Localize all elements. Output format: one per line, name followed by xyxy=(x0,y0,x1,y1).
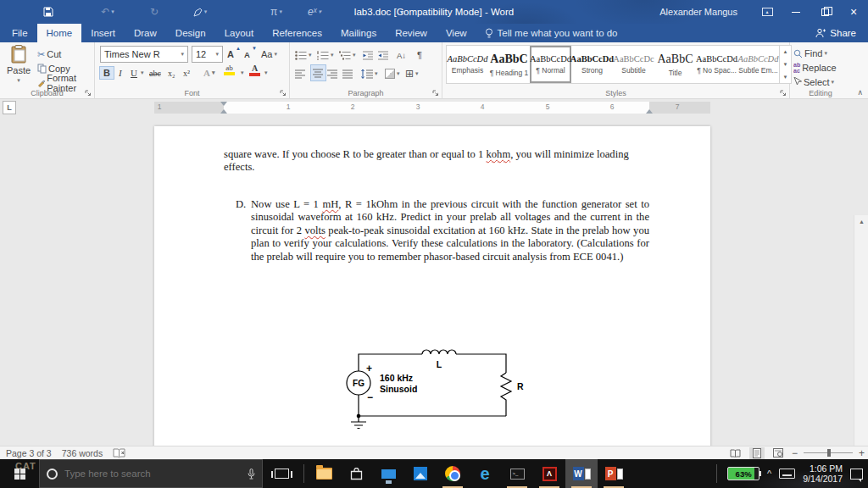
numbering-button[interactable]: ▾ xyxy=(317,47,334,64)
strikethrough-button[interactable]: abc xyxy=(149,64,161,81)
highlight-color-button[interactable]: ab xyxy=(224,64,235,81)
underline-button[interactable]: U xyxy=(131,64,137,81)
sort-button[interactable]: A↓ xyxy=(397,47,406,64)
zoom-in-button[interactable]: + xyxy=(859,447,865,459)
style-strong[interactable]: AaBbCcDd Strong xyxy=(571,46,613,83)
select-button[interactable]: Select▾ xyxy=(793,74,834,91)
close-button[interactable]: × xyxy=(839,0,868,24)
font-color-button[interactable]: A xyxy=(249,64,260,81)
grow-font-button[interactable]: A▲ xyxy=(227,46,241,63)
font-size-select[interactable]: 12▾ xyxy=(192,46,223,63)
zoom-slider[interactable] xyxy=(804,452,853,453)
subscript-button[interactable]: x₂ xyxy=(168,64,175,81)
increase-indent-button[interactable] xyxy=(378,47,389,64)
powerpoint-button[interactable]: P xyxy=(598,459,630,488)
photos-button[interactable] xyxy=(404,459,437,488)
style-emphasis[interactable]: AaBbCcDd Emphasis xyxy=(447,46,488,83)
tab-selector[interactable]: L xyxy=(3,101,16,114)
task-view-button[interactable] xyxy=(263,459,300,488)
align-right-button[interactable] xyxy=(327,65,338,82)
font-dialog-launcher-icon[interactable] xyxy=(280,90,287,97)
tab-references[interactable]: References xyxy=(263,24,331,42)
right-indent-marker[interactable] xyxy=(646,109,653,114)
taskbar-search[interactable] xyxy=(39,459,263,488)
acrobat-button[interactable]: Λ xyxy=(533,459,565,488)
proofing-errors-icon[interactable] xyxy=(113,448,125,458)
tab-design[interactable]: Design xyxy=(166,24,215,42)
italic-button[interactable]: I xyxy=(119,64,122,81)
hanging-indent-marker[interactable] xyxy=(220,109,227,114)
multilevel-list-button[interactable]: ▾ xyxy=(339,47,356,64)
align-left-button[interactable] xyxy=(295,65,306,82)
bullets-button[interactable]: ▾ xyxy=(295,47,312,64)
tab-insert[interactable]: Insert xyxy=(81,24,125,42)
paragraph-dialog-launcher-icon[interactable] xyxy=(432,90,439,97)
style-subtitle[interactable]: AaBbCcDc Subtitle xyxy=(613,46,654,83)
store-button[interactable] xyxy=(340,459,372,488)
read-mode-icon[interactable] xyxy=(728,447,743,459)
minimize-button[interactable] xyxy=(782,0,810,24)
align-center-button[interactable] xyxy=(310,64,326,81)
web-layout-icon[interactable] xyxy=(771,447,786,459)
word-button[interactable]: W xyxy=(565,459,598,488)
chrome-button[interactable] xyxy=(437,459,469,488)
connect-display-button[interactable] xyxy=(372,459,404,488)
underline-options-icon[interactable]: ▾ xyxy=(141,64,144,81)
page-indicator[interactable]: Page 3 of 3 xyxy=(6,448,52,458)
decrease-indent-button[interactable] xyxy=(363,47,374,64)
style-heading1[interactable]: AaBbC ¶ Heading 1 xyxy=(488,46,530,83)
shading-button[interactable]: ▾ xyxy=(385,65,400,82)
start-button[interactable] xyxy=(0,459,39,488)
tab-review[interactable]: Review xyxy=(386,24,437,42)
microphone-icon[interactable] xyxy=(248,469,255,480)
style-normal[interactable]: AaBbCcDd ¶ Normal xyxy=(530,46,571,83)
zoom-out-button[interactable]: − xyxy=(792,447,798,459)
tell-me-box[interactable]: Tell me what you want to do xyxy=(485,24,618,42)
restore-button[interactable] xyxy=(810,0,839,24)
borders-button[interactable]: ⊞▾ xyxy=(405,65,419,82)
tab-view[interactable]: View xyxy=(437,24,476,42)
styles-dialog-launcher-icon[interactable] xyxy=(780,90,787,97)
file-explorer-button[interactable] xyxy=(308,459,340,488)
tab-home[interactable]: Home xyxy=(37,24,82,42)
share-button[interactable]: Share xyxy=(809,24,863,42)
line-spacing-button[interactable]: ▾ xyxy=(361,65,378,82)
clipboard-dialog-launcher-icon[interactable] xyxy=(85,90,92,97)
style-title[interactable]: AaBbC Title xyxy=(654,46,696,83)
style-no-spacing[interactable]: AaBbCcDd ¶ No Spac... xyxy=(696,46,737,83)
action-center-icon[interactable] xyxy=(850,469,863,480)
paste-button[interactable]: Paste ▾ xyxy=(3,45,34,84)
first-line-indent-marker[interactable] xyxy=(220,102,227,106)
vertical-scrollbar[interactable]: ▲ ▼ xyxy=(854,215,868,446)
tab-mailings[interactable]: Mailings xyxy=(331,24,386,42)
scroll-up-icon[interactable]: ▲ xyxy=(854,215,868,228)
zoom-slider-thumb[interactable] xyxy=(827,449,831,457)
tray-chevron-icon[interactable]: ^ xyxy=(767,469,771,479)
word-count[interactable]: 736 words xyxy=(62,448,103,458)
search-input[interactable] xyxy=(64,469,241,479)
document-page[interactable]: square wave. If you choose R to be great… xyxy=(154,126,710,446)
command-prompt-button[interactable]: >_ xyxy=(501,459,533,488)
change-case-button[interactable]: Aa▾ xyxy=(261,46,277,63)
horizontal-ruler[interactable]: 1 1 2 3 4 5 6 7 xyxy=(154,102,710,114)
highlight-options-icon[interactable]: ▾ xyxy=(241,64,244,81)
shrink-font-button[interactable]: A▼ xyxy=(244,46,257,63)
tab-draw[interactable]: Draw xyxy=(125,24,166,42)
battery-indicator[interactable]: 63% xyxy=(727,467,760,480)
font-color-options-icon[interactable]: ▾ xyxy=(264,64,268,81)
tab-layout[interactable]: Layout xyxy=(215,24,264,42)
ribbon-display-options-icon[interactable]: ▴ xyxy=(753,0,782,24)
taskbar-clock[interactable]: 1:06 PM 9/14/2017 xyxy=(803,463,843,484)
touch-keyboard-icon[interactable] xyxy=(779,469,795,479)
show-paragraph-marks-button[interactable]: ¶ xyxy=(417,47,422,64)
style-subtle-emphasis[interactable]: AaBbCcDd Subtle Em... xyxy=(737,46,779,83)
justify-button[interactable] xyxy=(342,65,353,82)
superscript-button[interactable]: x² xyxy=(183,64,190,81)
edge-button[interactable]: e xyxy=(469,459,501,488)
font-family-select[interactable]: Times New R▾ xyxy=(100,46,188,63)
print-layout-icon[interactable] xyxy=(749,447,765,459)
text-effects-button[interactable]: A▾ xyxy=(203,64,214,81)
signed-in-user[interactable]: Alexander Mangus xyxy=(659,7,737,17)
tab-file[interactable]: File xyxy=(0,24,37,42)
bold-button[interactable]: B xyxy=(100,64,114,81)
